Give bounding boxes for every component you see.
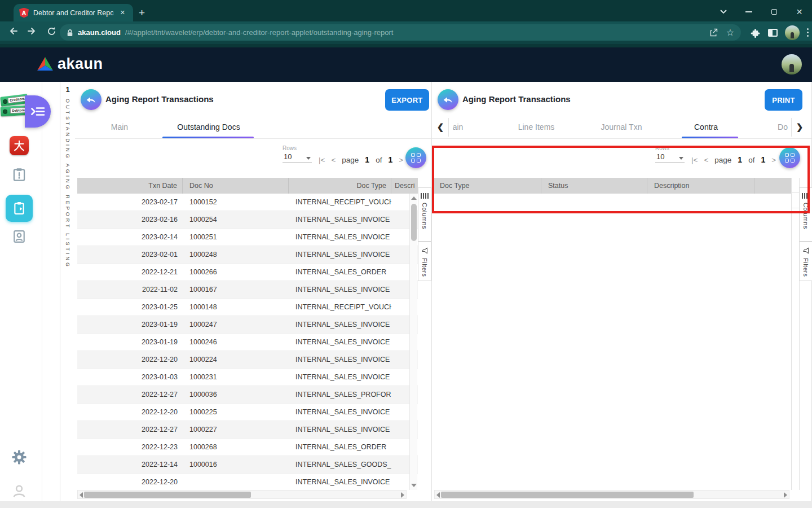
scroll-right-icon[interactable]	[784, 492, 787, 498]
outstanding-docs-table-body: 2023-02-17 1000152 INTERNAL_RECEIPT_VOUC…	[77, 194, 418, 490]
browser-chrome: A Debtor and Creditor Report ✕ + ✕ akaun…	[0, 0, 812, 47]
columns-tool[interactable]: Columns	[418, 187, 431, 242]
scroll-left-icon[interactable]	[436, 492, 440, 498]
tabs-scroll-left-icon[interactable]: ❮	[433, 116, 448, 138]
table-row[interactable]: 2023-02-16 1000254 INTERNAL_SALES_INVOIC…	[77, 211, 418, 229]
maximize-icon[interactable]	[761, 6, 787, 18]
table-row[interactable]: 2022-12-20 1000225 INTERNAL_SALES_INVOIC…	[77, 404, 418, 421]
col-txn-date[interactable]: Txn Date	[77, 178, 183, 194]
url-bar[interactable]: akaun.cloud /#/applet/tnt/wavelet/erp/de…	[60, 24, 741, 41]
horizontal-scroll-thumb[interactable]	[84, 492, 251, 498]
tab-journal-txn[interactable]: Journal Txn	[584, 116, 659, 138]
cell-doc-type: INTERNAL_SALES_INVOICE	[289, 233, 391, 241]
user-avatar[interactable]	[782, 54, 802, 75]
horizontal-scroll-thumb[interactable]	[441, 492, 694, 498]
table-row[interactable]: 2023-01-03 1000231 INTERNAL_SALES_INVOIC…	[77, 369, 418, 386]
first-page-button[interactable]: |<	[319, 156, 325, 164]
table-row[interactable]: 2022-12-20 1000224 INTERNAL_SALES_INVOIC…	[77, 351, 418, 369]
prev-page-button[interactable]: <	[704, 156, 708, 164]
next-page-button[interactable]: >	[399, 156, 403, 164]
cell-doc-type: INTERNAL_SALES_INVOICE	[289, 478, 391, 486]
tab-close-icon[interactable]: ✕	[118, 8, 127, 17]
table-row[interactable]: 2023-01-25 1000148 INTERNAL_RECEIPT_VOUC…	[77, 299, 418, 316]
filters-tool[interactable]: Filters	[418, 242, 431, 281]
sidebar-item-da-app[interactable]	[10, 136, 29, 155]
sidebar-item-settings[interactable]	[12, 450, 27, 465]
tab-contra[interactable]: Contra	[674, 116, 738, 138]
table-row[interactable]: 2022-11-02 1000167 INTERNAL_SALES_INVOIC…	[77, 281, 418, 299]
table-row[interactable]: 2022-12-23 1000268 INTERNAL_SALES_ORDER	[77, 439, 418, 456]
side-panel-icon[interactable]	[768, 29, 778, 37]
vertical-scrollbar-track[interactable]	[791, 178, 800, 490]
table-row[interactable]: 2022-12-14 1000016 INTERNAL_SALES_GOODS_…	[77, 456, 418, 474]
sidebar-item-report-alert[interactable]	[13, 168, 26, 182]
print-button[interactable]: PRINT	[765, 89, 802, 111]
table-row[interactable]: 2023-01-19 1000247 INTERNAL_SALES_INVOIC…	[77, 316, 418, 334]
filters-tool[interactable]: Filters	[799, 242, 812, 281]
back-icon[interactable]	[3, 21, 23, 41]
reload-icon[interactable]	[42, 21, 61, 41]
app-body: Creditors Debtors	[0, 82, 812, 501]
extensions-puzzle-icon[interactable]	[750, 27, 761, 38]
bookmark-star-icon[interactable]: ☆	[726, 28, 734, 37]
tabs-scroll-right-icon[interactable]: ❯	[792, 116, 807, 138]
cell-doc-no: 1000254	[183, 216, 289, 224]
next-page-button[interactable]: >	[771, 156, 776, 164]
forward-icon[interactable]	[23, 21, 42, 41]
table-row[interactable]: 2022-12-27 1000227 INTERNAL_SALES_INVOIC…	[77, 421, 418, 439]
share-icon[interactable]	[709, 28, 718, 37]
scroll-right-icon[interactable]	[401, 492, 404, 498]
first-page-button[interactable]: |<	[691, 156, 698, 164]
menu-open-button[interactable]	[25, 95, 51, 128]
table-row[interactable]: 2022-12-21 1000266 INTERNAL_SALES_ORDER	[77, 264, 418, 281]
col-doc-type[interactable]: Doc Type	[434, 178, 541, 194]
minimize-icon[interactable]	[736, 6, 761, 18]
columns-tool[interactable]: Columns	[799, 187, 812, 242]
vertical-scroll-thumb[interactable]	[411, 204, 417, 241]
scroll-left-icon[interactable]	[80, 492, 83, 498]
sidebar-item-contacts[interactable]	[13, 230, 25, 243]
akaun-logo[interactable]: akaun	[36, 55, 103, 73]
scroll-down-icon[interactable]	[411, 484, 417, 487]
grid-view-button[interactable]	[405, 147, 426, 168]
horizontal-scrollbar[interactable]	[77, 490, 407, 499]
back-button[interactable]	[438, 89, 458, 110]
tab-main-clipped[interactable]: ain	[449, 116, 466, 138]
col-doc-type[interactable]: Doc Type	[289, 178, 391, 194]
horizontal-scrollbar[interactable]	[434, 490, 789, 499]
export-button[interactable]: EXPORT	[385, 89, 429, 111]
tab-docs-clipped[interactable]: Do	[775, 116, 791, 138]
col-status[interactable]: Status	[541, 178, 647, 194]
table-row[interactable]: 2022-12-27 1000036 INTERNAL_SALES_PROFOR…	[77, 386, 418, 404]
table-row[interactable]: 2023-02-14 1000251 INTERNAL_SALES_INVOIC…	[77, 229, 418, 246]
grid-view-button[interactable]	[779, 147, 800, 168]
browser-profile-avatar[interactable]	[785, 25, 800, 40]
prev-page-button[interactable]: <	[331, 156, 336, 164]
sidebar-item-aging-report-active[interactable]	[6, 195, 33, 222]
close-icon[interactable]: ✕	[787, 6, 812, 18]
sidebar-item-profile[interactable]	[12, 484, 27, 498]
pagination: |< < page 1 of 1 > >|	[691, 155, 788, 164]
tab-main[interactable]: Main	[96, 116, 143, 138]
scroll-up-icon[interactable]	[411, 196, 417, 200]
rows-per-page-select[interactable]: Rows 10	[283, 145, 314, 163]
clipboard-alert-icon	[13, 168, 26, 182]
table-row[interactable]: 2023-02-17 1000152 INTERNAL_RECEIPT_VOUC…	[77, 194, 418, 211]
col-doc-no[interactable]: Doc No	[183, 178, 289, 194]
table-row[interactable]: 2022-12-20 INTERNAL_SALES_INVOICE	[77, 474, 418, 490]
browser-menu-icon[interactable]	[807, 28, 809, 37]
table-row[interactable]: 2023-01-19 1000246 INTERNAL_SALES_INVOIC…	[77, 334, 418, 351]
tab-search-icon[interactable]	[710, 6, 736, 18]
back-button[interactable]	[81, 89, 102, 110]
cell-doc-no: 1000016	[183, 461, 289, 468]
tab-outstanding-docs[interactable]: Outstanding Docs	[158, 116, 259, 138]
new-tab-button[interactable]: +	[139, 7, 145, 19]
rows-per-page-select[interactable]: Rows 10	[655, 145, 687, 163]
url-path: /#/applet/tnt/wavelet/erp/debtor-and-cre…	[125, 28, 704, 37]
col-description[interactable]: Description	[647, 178, 754, 194]
table-row[interactable]: 2023-02-01 1000248 INTERNAL_SALES_INVOIC…	[77, 246, 418, 264]
vertical-scrollbar[interactable]	[409, 194, 417, 490]
tab-line-items[interactable]: Line Items	[500, 116, 573, 138]
browser-tab[interactable]: A Debtor and Creditor Report ✕	[14, 4, 133, 21]
col-description[interactable]: Descri	[391, 178, 418, 194]
